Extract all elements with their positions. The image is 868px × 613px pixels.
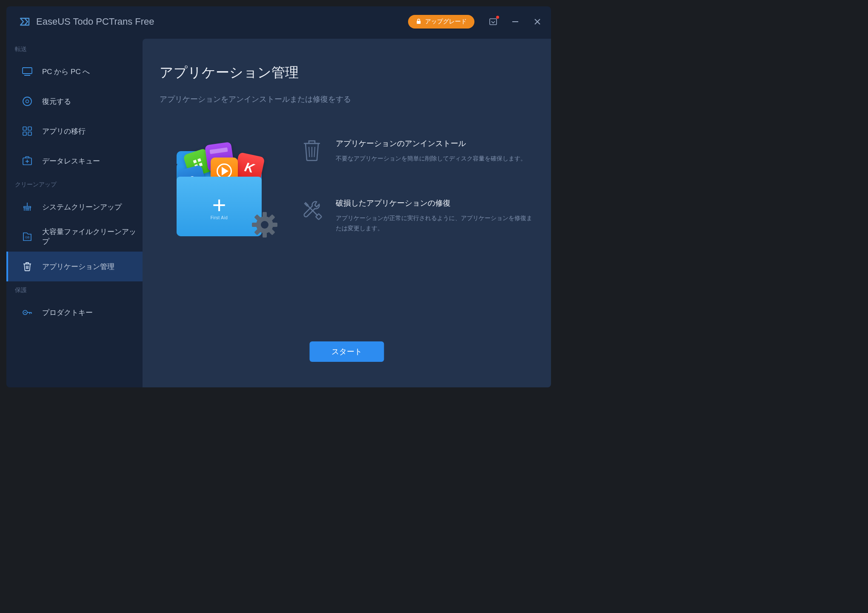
folder-illustration: K + First Aid [160, 134, 283, 245]
svg-rect-34 [263, 232, 267, 238]
trash-can-icon [300, 138, 324, 162]
main-content: アプリケーション管理 アプリケーションをアンインストールまたは修復をする K [143, 39, 551, 387]
close-button[interactable] [532, 17, 542, 27]
svg-rect-28 [197, 158, 201, 162]
sidebar-item-label: 大容量ファイルクリーンアップ [42, 227, 143, 246]
trash-icon [22, 261, 33, 272]
svg-point-8 [26, 100, 29, 103]
sidebar-item-product-key[interactable]: プロダクトキー [6, 298, 143, 327]
svg-point-23 [25, 312, 26, 313]
sidebar-section-transfer: 転送 [6, 40, 143, 57]
sidebar-item-restore[interactable]: 復元する [6, 86, 143, 116]
feature-repair: 破損したアプリケーションの修復 アプリケーションが正常に実行されるように、アプリ… [300, 198, 534, 234]
app-title: EaseUS Todo PCTrans Free [36, 16, 403, 27]
sidebar-item-app-management[interactable]: アプリケーション管理 [6, 252, 143, 281]
sidebar-item-label: データレスキュー [42, 156, 100, 166]
lock-icon [416, 18, 422, 26]
notification-dot-icon [496, 16, 499, 19]
gb-file-icon: GB [22, 231, 33, 242]
feature-desc: アプリケーションが正常に実行されるように、アプリケーションを修復または変更します… [336, 213, 534, 234]
app-logo-icon [19, 16, 31, 28]
svg-line-21 [28, 266, 29, 269]
sidebar: 転送 PC から PC へ 復元する アプリの移行 [6, 37, 143, 387]
sidebar-item-pc-to-pc[interactable]: PC から PC へ [6, 57, 143, 86]
sidebar-item-label: プロダクトキー [42, 308, 93, 318]
app-body: 転送 PC から PC へ 復元する アプリの移行 [6, 37, 551, 387]
upgrade-label: アップグレード [425, 18, 467, 26]
svg-rect-33 [263, 212, 267, 217]
svg-text:GB: GB [25, 236, 29, 239]
feature-title: 破損したアプリケーションの修復 [336, 198, 534, 208]
svg-rect-36 [272, 223, 277, 227]
key-icon [22, 307, 33, 318]
page-title: アプリケーション管理 [160, 63, 534, 82]
sidebar-section-protection: 保護 [6, 281, 143, 298]
plus-icon: + [212, 193, 226, 217]
sidebar-item-large-file-cleanup[interactable]: GB 大容量ファイルクリーンアップ [6, 222, 143, 252]
feature-list: アプリケーションのアンインストール 不要なアプリケーションを簡単に削除してディス… [300, 134, 534, 245]
svg-rect-10 [28, 127, 31, 130]
sidebar-item-app-migration[interactable]: アプリの移行 [6, 116, 143, 146]
svg-line-19 [26, 266, 27, 269]
start-button[interactable]: スタート [310, 341, 384, 362]
app-window: EaseUS Todo PCTrans Free アップグレード 転送 [6, 6, 551, 387]
sidebar-item-label: アプリケーション管理 [42, 262, 114, 272]
broom-icon [22, 201, 33, 212]
svg-rect-35 [252, 223, 257, 227]
feature-desc: 不要なアプリケーションを簡単に削除してディスク容量を確保します。 [336, 154, 534, 164]
svg-rect-11 [23, 132, 26, 135]
svg-point-41 [261, 221, 268, 229]
first-aid-label: First Aid [211, 215, 228, 220]
svg-rect-5 [23, 68, 32, 74]
svg-line-45 [314, 147, 315, 157]
start-label: スタート [331, 347, 362, 357]
sidebar-item-label: システムクリーンアップ [42, 202, 122, 212]
sidebar-item-system-cleanup[interactable]: システムクリーンアップ [6, 192, 143, 222]
sidebar-item-data-rescue[interactable]: データレスキュー [6, 146, 143, 176]
feature-uninstall: アプリケーションのアンインストール 不要なアプリケーションを簡単に削除してディス… [300, 138, 534, 164]
apps-grid-icon [22, 126, 33, 137]
disc-icon [22, 96, 33, 107]
gear-icon [250, 210, 280, 241]
svg-line-43 [309, 147, 310, 157]
svg-rect-12 [28, 132, 31, 135]
svg-rect-27 [193, 160, 197, 163]
minimize-button[interactable] [510, 17, 520, 27]
feature-area: K + First Aid [160, 134, 534, 245]
wrench-screwdriver-icon [300, 198, 324, 222]
sidebar-item-label: 復元する [42, 97, 71, 106]
monitor-icon [22, 66, 33, 77]
titlebar-controls [488, 17, 542, 27]
titlebar: EaseUS Todo PCTrans Free アップグレード [6, 6, 551, 37]
sidebar-item-label: PC から PC へ [42, 67, 90, 77]
sidebar-item-label: アプリの移行 [42, 126, 86, 136]
svg-rect-0 [417, 21, 421, 24]
svg-rect-9 [23, 127, 26, 130]
sidebar-section-cleanup: クリーンアップ [6, 176, 143, 192]
upgrade-button[interactable]: アップグレード [408, 15, 474, 29]
gift-icon[interactable] [488, 17, 498, 27]
first-aid-icon [22, 155, 33, 166]
feature-title: アプリケーションのアンインストール [336, 138, 534, 149]
page-subtitle: アプリケーションをアンインストールまたは修復をする [160, 94, 534, 104]
svg-rect-1 [490, 19, 497, 25]
